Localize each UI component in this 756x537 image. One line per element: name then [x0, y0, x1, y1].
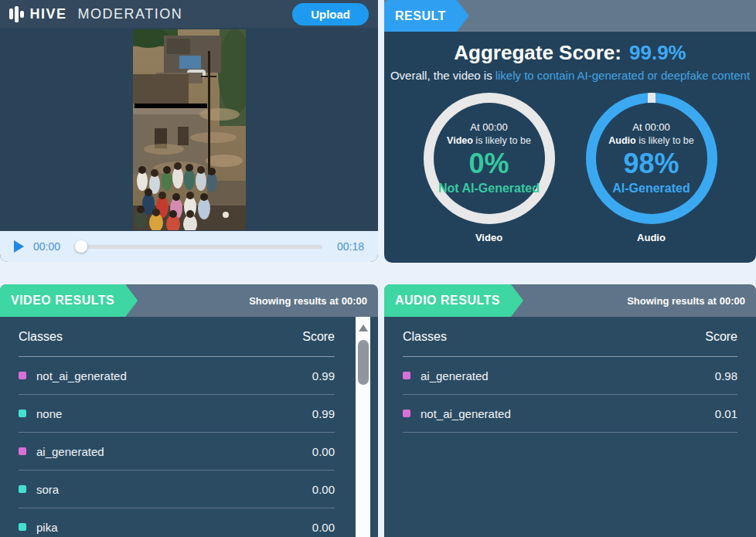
gauge-subject-line: Audio is likely to be	[608, 135, 693, 146]
showing-time: 00:00	[720, 295, 745, 307]
class-color-bullet	[19, 447, 26, 455]
class-score: 0.98	[715, 369, 737, 382]
gauge-time: At 00:00	[632, 121, 669, 133]
class-color-bullet	[403, 372, 410, 379]
scrollbar-up-arrow-icon[interactable]	[359, 325, 368, 331]
duration: 00:18	[332, 240, 364, 253]
brand-name: HIVE	[30, 6, 67, 22]
table-row: not_ai_generated 0.99	[19, 357, 335, 395]
class-score: 0.00	[312, 483, 335, 496]
video-results-tag: VIDEO RESULTS	[0, 284, 138, 317]
video-gauge-content: At 00:00 Video is likely to be 0% Not AI…	[434, 103, 545, 214]
class-score: 0.99	[312, 407, 335, 420]
class-color-bullet	[403, 410, 410, 417]
class-name: not_ai_generated	[36, 369, 127, 382]
audio-results-panel: AUDIO RESULTS Showing results at00:00 Cl…	[384, 284, 756, 537]
table-header: Classes Score	[19, 317, 335, 357]
brand-suffix: MODERATION	[78, 6, 183, 22]
result-header: RESULT	[384, 0, 756, 32]
seek-thumb[interactable]	[75, 240, 87, 253]
result-summary: Overall, the video islikely to contain A…	[390, 68, 750, 83]
play-icon[interactable]	[14, 240, 24, 253]
class-score: 0.01	[715, 407, 737, 420]
class-name: not_ai_generated	[421, 407, 511, 420]
gauge-subject: Audio	[608, 135, 635, 146]
gauge-likely-text: is likely to be	[475, 135, 531, 146]
class-name: ai_generated	[421, 369, 489, 382]
class-color-bullet	[19, 410, 26, 417]
gauge-verdict: Not AI-Generated	[438, 182, 540, 195]
audio-gauge: At 00:00 Audio is likely to be 98% AI-Ge…	[586, 93, 717, 243]
video-results-panel: VIDEO RESULTS Showing results at00:00 Cl…	[0, 284, 378, 537]
seek-bar[interactable]	[75, 240, 322, 253]
video-thumbnail[interactable]	[133, 29, 246, 230]
table-row: not_ai_generated 0.01	[403, 395, 737, 433]
showing-prefix: Showing results at	[627, 295, 717, 307]
result-panel: RESULT Aggregate Score:99.9% Overall, th…	[384, 0, 756, 263]
class-color-bullet	[19, 523, 26, 531]
video-stage	[0, 28, 378, 231]
audio-results-header: AUDIO RESULTS Showing results at00:00	[384, 284, 756, 317]
gauge-subject-line: Video is likely to be	[447, 135, 531, 146]
player-controls: 00:00 00:18	[0, 231, 378, 262]
audio-results-table: Classes Score ai_generated 0.98 not_ai_g…	[384, 317, 756, 433]
app-header: HIVE MODERATION Upload	[0, 0, 378, 28]
classes-column-header: Classes	[403, 330, 447, 344]
gauge-caption: Audio	[637, 232, 666, 243]
video-gauge: At 00:00 Video is likely to be 0% Not AI…	[424, 93, 555, 243]
classes-column-header: Classes	[19, 330, 63, 344]
gauge-subject: Video	[447, 135, 473, 146]
aggregate-score-label: Aggregate Score:	[454, 41, 621, 64]
result-body: Aggregate Score:99.9% Overall, the video…	[384, 32, 756, 243]
aggregate-score-line: Aggregate Score:99.9%	[454, 41, 686, 65]
scrollbar-track[interactable]	[356, 317, 370, 537]
class-score: 0.00	[312, 521, 335, 534]
video-results-table: Classes Score not_ai_generated 0.99 none…	[0, 317, 378, 537]
page: HIVE MODERATION Upload	[0, 0, 756, 537]
table-row: pika 0.00	[19, 508, 335, 537]
class-score: 0.99	[312, 369, 335, 382]
summary-highlight: likely to contain AI-generated or deepfa…	[495, 69, 750, 82]
table-row: ai_generated 0.00	[19, 433, 335, 471]
showing-results-label: Showing results at00:00	[627, 295, 756, 307]
class-name: ai_generated	[36, 445, 104, 458]
class-color-bullet	[19, 485, 26, 493]
audio-results-body: Classes Score ai_generated 0.98 not_ai_g…	[384, 317, 756, 537]
class-color-bullet	[19, 372, 26, 379]
audio-results-tag: AUDIO RESULTS	[384, 284, 523, 317]
showing-results-label: Showing results at00:00	[249, 295, 378, 307]
showing-prefix: Showing results at	[249, 295, 339, 307]
table-row: ai_generated 0.98	[403, 357, 737, 395]
class-name: none	[36, 407, 62, 420]
summary-prefix: Overall, the video is	[390, 69, 492, 82]
table-header: Classes Score	[403, 317, 737, 357]
seek-track[interactable]	[75, 245, 322, 249]
table-row: sora 0.00	[19, 471, 335, 508]
gauge-percent: 0%	[468, 148, 509, 180]
scrollbar-thumb[interactable]	[358, 340, 369, 385]
result-tag: RESULT	[384, 0, 469, 32]
class-name: pika	[36, 521, 58, 534]
class-name: sora	[36, 483, 59, 496]
video-results-body: Classes Score not_ai_generated 0.99 none…	[0, 317, 378, 537]
gauges: At 00:00 Video is likely to be 0% Not AI…	[424, 93, 717, 243]
hive-bars-icon	[9, 5, 24, 22]
current-time: 00:00	[33, 240, 66, 253]
table-row: none 0.99	[19, 395, 335, 433]
showing-time: 00:00	[342, 295, 367, 307]
audio-gauge-ring: At 00:00 Audio is likely to be 98% AI-Ge…	[586, 93, 717, 224]
class-score: 0.00	[312, 445, 335, 458]
aggregate-score-value: 99.9%	[629, 41, 686, 64]
brand: HIVE MODERATION	[9, 5, 182, 22]
upload-button[interactable]: Upload	[292, 3, 369, 25]
audio-gauge-content: At 00:00 Audio is likely to be 98% AI-Ge…	[596, 103, 707, 214]
score-column-header: Score	[705, 330, 737, 344]
video-gauge-ring: At 00:00 Video is likely to be 0% Not AI…	[424, 93, 555, 224]
gauge-likely-text: is likely to be	[639, 135, 694, 146]
gauge-time: At 00:00	[470, 121, 507, 133]
video-results-header: VIDEO RESULTS Showing results at00:00	[0, 284, 378, 317]
score-column-header: Score	[302, 330, 335, 344]
player-panel: HIVE MODERATION Upload	[0, 0, 378, 262]
gauge-caption: Video	[475, 232, 502, 243]
gauge-percent: 98%	[623, 148, 679, 180]
